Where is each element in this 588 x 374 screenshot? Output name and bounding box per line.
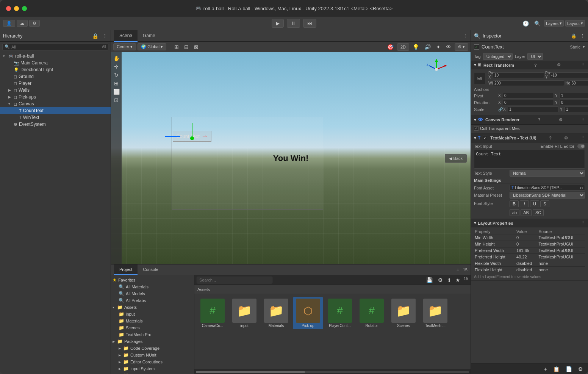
settings-button[interactable]: ⚙: [29, 20, 40, 27]
ptree-input[interactable]: 📁 input: [111, 311, 194, 318]
ptree-assets[interactable]: ▾ 📁 Assets: [111, 304, 194, 311]
layers-dropdown[interactable]: Layers ▾: [544, 20, 564, 27]
ptree-materials[interactable]: 📁 Materials: [111, 318, 194, 324]
material-preset-dropdown[interactable]: LiberationSans SDF Material: [510, 192, 585, 199]
ptree-all-prefabs[interactable]: 🔍 All Prefabs: [111, 297, 194, 304]
info-btn[interactable]: ℹ: [446, 276, 452, 284]
rect-transform-header[interactable]: ▾ ⊞ Rect Transform ? ⚙ ⋮: [471, 61, 588, 69]
text-style-dropdown[interactable]: Normal: [510, 170, 585, 177]
tree-item-ground[interactable]: ◻ Ground: [0, 73, 111, 80]
strikethrough-btn[interactable]: S: [540, 200, 549, 207]
layout-dropdown[interactable]: Layout ▾: [565, 20, 585, 27]
assets-scrollbar[interactable]: [194, 369, 471, 374]
count-text-scene-object[interactable]: Count Text →: [173, 131, 211, 142]
gizmos-btn[interactable]: ⊛ ▾: [455, 43, 468, 51]
ptree-packages[interactable]: ▶ 📁 Packages: [111, 338, 194, 345]
inspector-settings2-btn[interactable]: ⚙: [576, 365, 585, 373]
global-dropdown[interactable]: 🌍 Global ▾: [138, 43, 166, 50]
tmp-settings[interactable]: ⚙: [564, 136, 568, 141]
view-2d[interactable]: 2D: [397, 43, 409, 51]
static-dropdown[interactable]: ▾: [583, 44, 585, 49]
account-button[interactable]: 👤: [3, 20, 15, 27]
asset-playercont[interactable]: # PlayerCont...: [325, 297, 355, 329]
asset-rotator[interactable]: # Rotator: [357, 297, 387, 329]
smallcaps-btn[interactable]: SC: [533, 209, 544, 216]
ptree-all-models[interactable]: 🔍 All Models: [111, 290, 194, 297]
scale-x-input[interactable]: [508, 106, 559, 112]
rot-x-input[interactable]: [503, 100, 554, 105]
rect-transform-menu[interactable]: ⋮: [581, 63, 585, 67]
scale-tool[interactable]: ⊞: [114, 80, 119, 86]
ptree-textmesh[interactable]: 📁 TextMesh Pro: [111, 331, 194, 338]
pivot-x-input[interactable]: [503, 93, 554, 99]
tmp-menu[interactable]: ⋮: [581, 136, 585, 141]
hierarchy-lock[interactable]: 🔒: [92, 33, 99, 39]
back-button[interactable]: ◀ Back: [445, 154, 467, 163]
move-tool[interactable]: ✛: [114, 64, 119, 70]
pos-x-input[interactable]: [493, 72, 544, 78]
bold-btn[interactable]: B: [510, 200, 519, 207]
width-input[interactable]: [493, 80, 564, 86]
tmp-help[interactable]: ?: [549, 136, 552, 140]
ptree-jetbrains[interactable]: ▶ 📁 JetBrains Rider Editor: [111, 372, 194, 374]
canvas-renderer-header[interactable]: ▾ 👁 Canvas Renderer ? ⚙ ⋮: [471, 115, 588, 125]
hierarchy-menu[interactable]: ⋮: [102, 33, 108, 39]
asset-scenes[interactable]: 📁 Scenes: [388, 297, 419, 329]
close-button[interactable]: [6, 6, 11, 11]
font-asset-value[interactable]: T LiberationSans SDF (TMP... ⊙: [510, 185, 585, 191]
layout-props-header[interactable]: ▾ Layout Properties ⋮: [471, 219, 588, 227]
tab-project[interactable]: Project: [114, 264, 138, 275]
asset-input[interactable]: 📁 input: [229, 297, 260, 329]
tree-item-maincamera[interactable]: 📷 Main Camera: [0, 59, 111, 66]
ptree-scenes[interactable]: 📁 Scenes: [111, 324, 194, 331]
tree-item-canvas[interactable]: ▾ ◻ Canvas: [0, 100, 111, 107]
filter-btn[interactable]: ⚙: [436, 276, 445, 284]
audio-toggle[interactable]: 🔊: [422, 43, 433, 51]
gizmo-btn2[interactable]: ⊟: [182, 43, 191, 51]
tree-item-eventsystem[interactable]: ⚙ EventSystem: [0, 121, 111, 128]
scene-view[interactable]: ✋ ✛ ↻ ⊞ ⬜ ⊡ Y X: [111, 52, 471, 264]
gizmo-btn3[interactable]: ⊠: [192, 43, 200, 51]
ptree-code-coverage[interactable]: ▶ 📁 Code Coverage: [111, 345, 194, 352]
ptree-input-system[interactable]: ▶ 📁 Input System: [111, 365, 194, 372]
scale-y-input[interactable]: [565, 106, 588, 112]
gizmo-btn1[interactable]: ⊞: [172, 43, 181, 51]
height-input[interactable]: [570, 80, 588, 86]
tree-item-pickups[interactable]: ▶ ◻ Pick-ups: [0, 94, 111, 100]
inspector-menu[interactable]: ⋮: [580, 33, 585, 39]
pause-button[interactable]: ⏸: [287, 19, 300, 28]
cull-transparent-checkbox[interactable]: ✓: [474, 126, 479, 131]
search-button[interactable]: 🔍: [532, 20, 543, 27]
rect-transform-settings[interactable]: ⚙: [557, 63, 561, 67]
minimize-button[interactable]: [14, 6, 19, 11]
rot-y-input[interactable]: [560, 100, 588, 105]
play-button[interactable]: ▶: [272, 19, 284, 28]
tree-item-player[interactable]: ◻ Player: [0, 80, 111, 87]
uppercase-btn[interactable]: AB: [521, 209, 532, 216]
layout-props-menu[interactable]: ⋮: [581, 221, 585, 225]
tab-scene[interactable]: Scene: [114, 30, 138, 42]
tag-dropdown[interactable]: Untagged: [483, 53, 513, 60]
tree-item-counttext[interactable]: T CountText: [0, 107, 111, 114]
add-component-btn[interactable]: +: [542, 365, 549, 373]
star-btn[interactable]: ★: [454, 276, 462, 284]
asset-cameraco[interactable]: # CameraCo...: [197, 297, 228, 329]
inspector-copy-btn[interactable]: 📋: [551, 365, 561, 373]
rect-tool[interactable]: ⬜: [113, 89, 120, 95]
save-search-btn[interactable]: 💾: [424, 276, 435, 284]
rtl-toggle[interactable]: [577, 144, 585, 149]
history-button[interactable]: 🕐: [521, 20, 531, 27]
tab-console[interactable]: Console: [138, 264, 163, 275]
tree-item-dirlight[interactable]: 💡 Directional Light: [0, 66, 111, 73]
asset-pickup[interactable]: ⬡ Pick-up: [293, 297, 323, 329]
ptree-favorites[interactable]: ★ Favorites: [111, 277, 194, 283]
assets-search-input[interactable]: [197, 277, 272, 283]
tree-item-walls[interactable]: ▶ ◻ Walls: [0, 87, 111, 94]
lowercase-btn[interactable]: ab: [510, 209, 519, 216]
tree-item-wintext[interactable]: T WinText: [0, 114, 111, 121]
view-btn1[interactable]: 🎯: [385, 43, 396, 51]
asset-materials[interactable]: 📁 Materials: [261, 297, 291, 329]
pos-y-input[interactable]: [550, 72, 588, 78]
rect-transform-help[interactable]: ?: [534, 63, 537, 67]
tmp-enabled-checkbox[interactable]: ✓: [483, 136, 487, 140]
